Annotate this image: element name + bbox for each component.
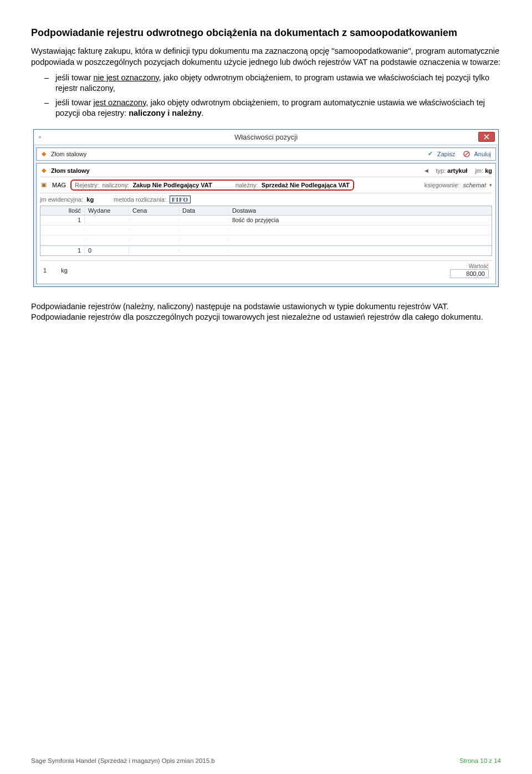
product-icon-2: ◆ — [40, 167, 48, 175]
lbl-wartosc: Wartość — [469, 263, 489, 269]
mag-label[interactable]: MAG — [52, 182, 66, 188]
footer-right: Strona 10 z 14 — [459, 757, 501, 764]
grid-row-empty — [40, 225, 492, 235]
cell-ilosc-1: 1 — [40, 216, 85, 224]
closing-paragraph: Podpowiadanie rejestrów (należny, nalicz… — [31, 301, 501, 323]
lbl-metoda: metoda rozliczania: — [114, 196, 166, 203]
intro-paragraph: Wystawiając fakturę zakupu, która w defi… — [31, 46, 501, 68]
page-footer: Sage Symfonia Handel (Sprzedaż i magazyn… — [31, 757, 501, 764]
val-naliczony[interactable]: Zakup Nie Podlegający VAT — [132, 182, 212, 188]
summary-qty: 1 — [43, 267, 47, 274]
jm-row: jm ewidencyjna: kg metoda rozliczania: F… — [40, 193, 492, 203]
col-dostawa[interactable]: Dostawa — [229, 206, 492, 215]
cancel-icon — [463, 150, 470, 158]
accept-icon: ✔ — [426, 150, 434, 158]
dropdown-icon[interactable]: ▾ — [489, 182, 492, 188]
summary-row: 1 kg Wartość 800,00 — [40, 260, 492, 280]
lbl-nalezny: należny: — [236, 182, 258, 188]
grid-row-1[interactable]: 1 Ilość do przyjęcia — [40, 216, 492, 225]
col-cena[interactable]: Cena — [129, 206, 179, 215]
footer-left: Sage Symfonia Handel (Sprzedaż i magazyn… — [31, 757, 215, 764]
val-metoda[interactable]: FIFO — [170, 196, 191, 203]
product-icon: ◆ — [40, 150, 48, 158]
val-ksiegowanie[interactable]: schemat — [463, 182, 486, 188]
summary-jm: kg — [61, 267, 68, 274]
mag-icon: ▣ — [40, 181, 48, 189]
product-row: ◆ Złom stalowy ◀ typ: artykuł jm: kg — [40, 167, 492, 177]
dialog-content: ◆ Złom stalowy ◀ typ: artykuł jm: kg ▣ M… — [36, 163, 496, 284]
cell-cena-1 — [129, 219, 179, 221]
rule-text-2-bold: naliczony i należny — [129, 109, 201, 117]
val-wartosc: 800,00 — [450, 269, 489, 278]
cell-data-1 — [179, 219, 229, 221]
rules-list: jeśli towar nie jest oznaczony, jako obj… — [31, 73, 501, 119]
cell-wydane-1 — [85, 219, 129, 221]
lbl-ksiegowanie: księgowanie: — [424, 182, 460, 188]
dialog-title: Właściwości pozycji — [234, 133, 298, 141]
dialog-icon: ▫ — [36, 133, 44, 141]
product-name-field[interactable]: Złom stalowy — [51, 167, 90, 174]
lbl-typ: typ: — [436, 167, 446, 174]
cell-wydane-sum: 0 — [85, 246, 129, 255]
rule-text-2a: jeśli towar — [55, 98, 94, 107]
nav-prev-icon[interactable]: ◀ — [424, 168, 428, 173]
close-button[interactable] — [478, 132, 495, 142]
cell-dostawa-1: Ilość do przyjęcia — [229, 216, 492, 224]
deliveries-grid: Ilość Wydane Cena Data Dostawa 1 Ilość d… — [40, 206, 492, 256]
dialog-toolbar: ◆ Złom stalowy ✔ Zapisz Anuluj — [36, 147, 496, 161]
cancel-button[interactable]: Anuluj — [473, 151, 492, 157]
grid-row-sum: 1 0 — [40, 245, 492, 255]
rule-item-unmarked: jeśli towar nie jest oznaczony, jako obj… — [44, 73, 501, 94]
grid-header: Ilość Wydane Cena Data Dostawa — [40, 206, 492, 216]
rule-text-1-ul: nie jest oznaczony, — [94, 73, 161, 82]
section-heading: Podpowiadanie rejestru odwrotnego obciąż… — [31, 27, 501, 39]
rule-text-2-tail: . — [202, 109, 204, 117]
col-ilosc[interactable]: Ilość — [40, 206, 85, 215]
lbl-naliczony: naliczony: — [102, 182, 129, 188]
val-jm[interactable]: kg — [485, 167, 492, 174]
dialog-window: ▫ Właściwości pozycji ◆ Złom stalowy ✔ Z… — [33, 129, 499, 287]
close-icon — [484, 134, 489, 140]
save-button[interactable]: Zapisz — [436, 151, 456, 157]
lbl-jm: jm: — [475, 167, 483, 174]
grid-row-empty2 — [40, 235, 492, 245]
rule-text-1a: jeśli towar — [55, 73, 94, 82]
lbl-rejestry: Rejestry: — [75, 182, 99, 188]
val-jmewid[interactable]: kg — [86, 196, 94, 203]
rule-item-marked: jeśli towar jest oznaczony, jako objęty … — [44, 98, 501, 119]
rule-text-2-ul: jest oznaczony, — [94, 98, 149, 107]
cell-ilosc-sum: 1 — [40, 246, 85, 255]
dialog-titlebar: ▫ Właściwości pozycji — [34, 130, 498, 145]
registers-row: ▣ MAG Rejestry: naliczony: Zakup Nie Pod… — [40, 180, 492, 191]
registers-highlight: Rejestry: naliczony: Zakup Nie Podlegają… — [70, 180, 354, 191]
lbl-jmewid: jm ewidencyjna: — [40, 196, 83, 203]
val-typ[interactable]: artykuł — [447, 167, 467, 174]
col-wydane[interactable]: Wydane — [85, 206, 129, 215]
col-data[interactable]: Data — [179, 206, 229, 215]
val-nalezny[interactable]: Sprzedaż Nie Podlegająca VAT — [262, 182, 350, 188]
toolbar-product-name: Złom stalowy — [51, 151, 86, 157]
